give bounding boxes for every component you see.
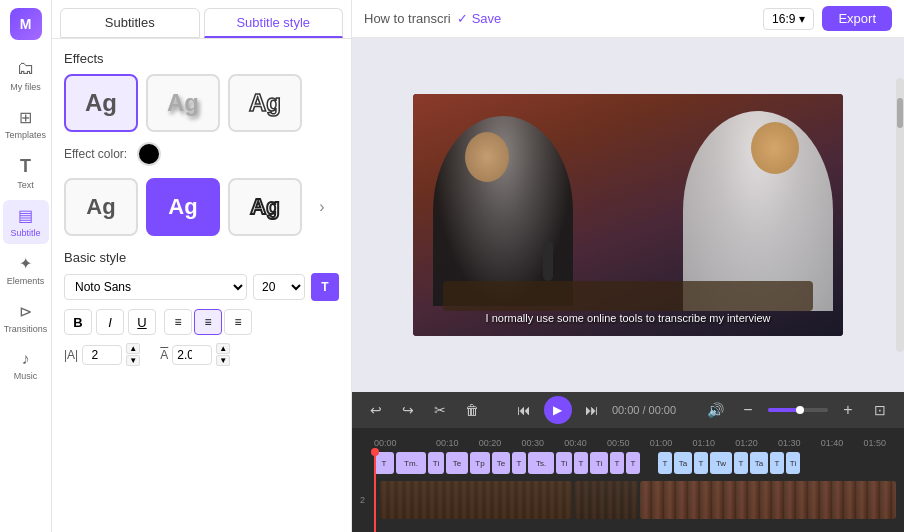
clip[interactable]: Ti	[786, 452, 800, 474]
letter-spacing-input[interactable]	[82, 345, 122, 365]
clip[interactable]: T	[574, 452, 588, 474]
line-spacing-label: A	[160, 348, 168, 362]
italic-btn[interactable]: I	[96, 309, 124, 335]
chevron-down-icon: ▾	[799, 12, 805, 26]
clip[interactable]: T	[694, 452, 708, 474]
subtitle-icon: ▤	[18, 206, 33, 225]
effect-color-picker[interactable]	[137, 142, 161, 166]
effect-plain[interactable]: Ag	[64, 74, 138, 132]
playhead-handle[interactable]	[371, 448, 379, 456]
letter-spacing-up[interactable]: ▲	[126, 343, 140, 354]
video-background: I normally use some online tools to tran…	[413, 94, 843, 336]
tab-subtitle-style[interactable]: Subtitle style	[204, 8, 344, 38]
sidebar-item-label: Elements	[7, 276, 45, 286]
track-1-clips: T Tm. Ti Te Tp Te T Ts. Ti T Ti T T T Ta…	[374, 452, 896, 474]
clip[interactable]: Ti	[556, 452, 572, 474]
clip[interactable]: Tm.	[396, 452, 426, 474]
bold-btn[interactable]: B	[64, 309, 92, 335]
tab-subtitles[interactable]: Subtitles	[60, 8, 200, 38]
line-spacing-down[interactable]: ▼	[216, 355, 230, 366]
clip[interactable]: Tw	[710, 452, 732, 474]
clip[interactable]: Ta	[674, 452, 692, 474]
video-clip-3[interactable]	[640, 481, 896, 519]
letter-spacing-down[interactable]: ▼	[126, 355, 140, 366]
undo-btn[interactable]: ↩	[364, 398, 388, 422]
sidebar-item-label: Text	[17, 180, 34, 190]
save-btn[interactable]: ✓ Save	[457, 11, 502, 26]
delete-btn[interactable]: 🗑	[460, 398, 484, 422]
save-check-icon: ✓	[457, 11, 468, 26]
line-spacing-up[interactable]: ▲	[216, 343, 230, 354]
align-center-btn[interactable]: ≡	[194, 309, 222, 335]
letter-spacing-label: |A|	[64, 348, 78, 362]
volume-btn[interactable]: 🔊	[704, 398, 728, 422]
style-purple[interactable]: Ag	[146, 178, 220, 236]
sidebar-item-my-files[interactable]: 🗂 My files	[3, 52, 49, 98]
style-plain[interactable]: Ag	[64, 178, 138, 236]
sidebar-item-subtitle[interactable]: ▤ Subtitle	[3, 200, 49, 244]
templates-icon: ⊞	[19, 108, 32, 127]
style-bold-outline[interactable]: Ag	[228, 178, 302, 236]
line-spacing-input[interactable]	[172, 345, 212, 365]
scroll-bar[interactable]	[896, 78, 904, 352]
aspect-ratio-selector[interactable]: 16:9 ▾	[763, 8, 814, 30]
align-left-btn[interactable]: ≡	[164, 309, 192, 335]
preview: I normally use some online tools to tran…	[352, 38, 904, 392]
app-logo: M	[10, 8, 42, 40]
zoom-out-btn[interactable]: −	[736, 398, 760, 422]
text-color-btn[interactable]: T	[311, 273, 339, 301]
video-clip-2[interactable]	[574, 481, 638, 519]
clip[interactable]: Ti	[590, 452, 608, 474]
fit-btn[interactable]: ⊡	[868, 398, 892, 422]
panel-content: Effects Ag Ag Ag Effect color: Ag Ag	[52, 39, 351, 532]
sidebar-item-templates[interactable]: ⊞ Templates	[3, 102, 49, 146]
cut-btn[interactable]: ✂	[428, 398, 452, 422]
playhead[interactable]	[374, 448, 376, 532]
clip[interactable]: Ts.	[528, 452, 554, 474]
effect-color-label: Effect color:	[64, 147, 127, 161]
zoom-thumb[interactable]	[796, 406, 804, 414]
sidebar-item-label: Transitions	[4, 324, 48, 334]
zoom-in-btn[interactable]: +	[836, 398, 860, 422]
transitions-icon: ⊳	[19, 302, 32, 321]
spacing-row: |A| ▲ ▼ A ▲ ▼	[64, 343, 339, 366]
effect-color-row: Effect color:	[64, 142, 339, 166]
clip[interactable]: T	[658, 452, 672, 474]
sidebar-item-elements[interactable]: ✦ Elements	[3, 248, 49, 292]
align-right-btn[interactable]: ≡	[224, 309, 252, 335]
sidebar-item-label: My files	[10, 82, 41, 92]
timeline-ruler: 00:00 00:10 00:20 00:30 00:40 00:50 01:0…	[352, 428, 904, 448]
clip[interactable]: T	[770, 452, 784, 474]
skip-back-btn[interactable]: ⏮	[512, 398, 536, 422]
clip[interactable]: Ti	[428, 452, 444, 474]
video-clip-1[interactable]	[380, 481, 572, 519]
font-select[interactable]: Noto Sans Arial Roboto	[64, 274, 247, 300]
sidebar-item-music[interactable]: ♪ Music	[3, 344, 49, 387]
redo-btn[interactable]: ↪	[396, 398, 420, 422]
zoom-slider[interactable]	[768, 408, 828, 412]
basic-style-label: Basic style	[64, 250, 339, 265]
sidebar-item-text[interactable]: T Text	[3, 150, 49, 196]
underline-btn[interactable]: U	[128, 309, 156, 335]
clip[interactable]: T	[734, 452, 748, 474]
skip-fwd-btn[interactable]: ⏭	[580, 398, 604, 422]
clip[interactable]: Ta	[750, 452, 768, 474]
align-group: ≡ ≡ ≡	[164, 309, 252, 335]
style-grid: Ag Ag Ag ›	[64, 178, 339, 236]
effect-shadow[interactable]: Ag	[146, 74, 220, 132]
play-btn[interactable]: ▶	[544, 396, 572, 424]
clip[interactable]: Te	[446, 452, 468, 474]
effect-outline[interactable]: Ag	[228, 74, 302, 132]
font-size-select[interactable]: 20 16 24 32	[253, 274, 305, 300]
clip[interactable]: T	[512, 452, 526, 474]
tracks-area: T Tm. Ti Te Tp Te T Ts. Ti T Ti T T T Ta…	[352, 448, 904, 532]
sidebar-item-transitions[interactable]: ⊳ Transitions	[3, 296, 49, 340]
scroll-thumb[interactable]	[897, 98, 903, 128]
clip[interactable]: T	[610, 452, 624, 474]
export-btn[interactable]: Export	[822, 6, 892, 31]
sidebar: M 🗂 My files ⊞ Templates T Text ▤ Subtit…	[0, 0, 52, 532]
clip[interactable]: Te	[492, 452, 510, 474]
style-more-btn[interactable]: ›	[310, 195, 334, 219]
clip[interactable]: Tp	[470, 452, 490, 474]
clip[interactable]: T	[626, 452, 640, 474]
